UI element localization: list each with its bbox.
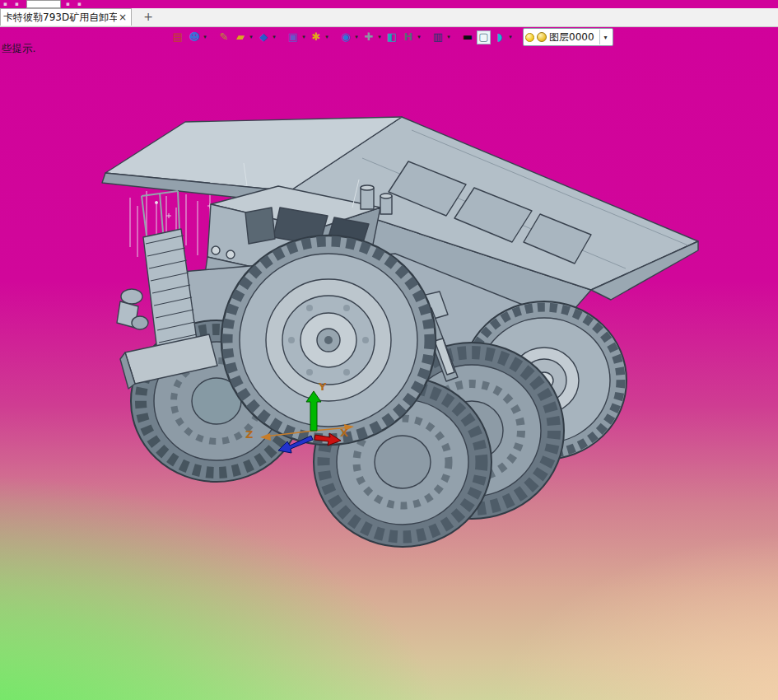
chevron-down-icon[interactable]: ▾ — [599, 30, 611, 44]
quick-field[interactable] — [26, 0, 61, 8]
x-axis-label: X — [340, 427, 348, 439]
chevron-down-icon[interactable]: ▾ — [324, 34, 330, 40]
toolbar-button-zoom[interactable]: ◉▾ — [338, 28, 361, 46]
toolbar-button-hatch[interactable]: H▾ — [400, 28, 423, 46]
solid-cube-icon: ◆ — [256, 30, 271, 44]
chevron-down-icon[interactable]: ▾ — [507, 34, 514, 40]
display-icon: ▥ — [431, 30, 445, 44]
toolbar-button-pattern[interactable]: ✱▾ — [308, 28, 331, 46]
pattern-icon: ✱ — [309, 30, 324, 44]
chevron-down-icon[interactable]: ▾ — [300, 34, 307, 40]
chevron-down-icon[interactable]: ▾ — [445, 34, 452, 40]
shade-view-icon: ◗ — [492, 30, 507, 44]
display-toolbar: ▤ ☻▾ ✎ ▰▾ ◆▾ ▣▾ ✱▾ ◉▾ ✚▾ ◧ H▾ ▥▾ ▬ ▢ ◗▾ … — [170, 27, 613, 47]
chevron-down-icon[interactable]: ▾ — [271, 34, 277, 40]
chevron-down-icon[interactable]: ▾ — [248, 34, 254, 40]
material-icon: ▰ — [233, 30, 248, 44]
toolbar-button-copy[interactable]: ▣▾ — [285, 28, 308, 46]
document-tab-title: 卡特彼勒793D矿用自卸车] — [3, 11, 117, 25]
document-tabbar: 卡特彼勒793D矿用自卸车] × + — [0, 8, 778, 27]
quick-icon-2[interactable]: ▪ — [15, 2, 21, 7]
appearance-icon: ☻ — [187, 30, 202, 44]
toolbar-button-pen[interactable]: ✎ — [216, 28, 232, 46]
copy-objects-icon: ▣ — [286, 30, 300, 44]
lamp-icon — [525, 33, 534, 42]
document-tab[interactable]: 卡特彼勒793D矿用自卸车] × — [0, 8, 132, 26]
z-axis-label: Z — [245, 428, 253, 441]
y-axis-label: Y — [318, 380, 327, 393]
swap-view-icon: ◧ — [384, 30, 399, 44]
new-doc-icon: ▤ — [170, 30, 185, 44]
line-width-icon: ▬ — [460, 30, 475, 44]
new-tab-button[interactable]: + — [140, 10, 156, 24]
chevron-down-icon[interactable]: ▾ — [416, 34, 422, 40]
quick-icon-4[interactable]: ▪ — [77, 2, 84, 7]
wheel-front-main — [221, 236, 436, 445]
toolbar-button-new-doc[interactable]: ▤ — [170, 28, 186, 46]
chevron-down-icon[interactable]: ▾ — [376, 34, 383, 40]
toolbar-button-shade-view[interactable]: ◗▾ — [491, 28, 515, 46]
toolbar-button-move[interactable]: ✚▾ — [361, 28, 384, 46]
toolbar-button-frame[interactable]: ▢ — [476, 28, 491, 46]
quick-icon-1[interactable]: ▪ — [3, 2, 10, 7]
toolbar-button-material[interactable]: ▰▾ — [232, 28, 255, 46]
frame-icon: ▢ — [477, 30, 491, 44]
truck-model[interactable] — [102, 117, 698, 547]
pen-icon: ✎ — [217, 30, 231, 44]
layer-color-icon — [537, 32, 547, 42]
chevron-down-icon[interactable]: ▾ — [202, 34, 208, 40]
move-icon: ✚ — [361, 30, 376, 44]
hint-text: 些提示. — [2, 42, 35, 56]
hatch-icon: H — [401, 30, 416, 44]
layer-combobox-value: 图层0000 — [549, 30, 597, 44]
cad-application-window: ▪ ▪ ▪ ▪ 卡特彼勒793D矿用自卸车] × + ▤ ☻▾ ✎ ▰▾ ◆▾ … — [0, 0, 778, 700]
toolbar-button-swap-view[interactable]: ◧ — [384, 28, 400, 46]
toolbar-button-line-width[interactable]: ▬ — [459, 28, 476, 46]
toolbar-button-appearance[interactable]: ☻▾ — [186, 28, 209, 46]
quick-icon-3[interactable]: ▪ — [66, 2, 72, 7]
layer-combobox[interactable]: 图层0000 ▾ — [523, 28, 613, 46]
zoom-icon: ◉ — [338, 30, 353, 44]
viewport-3d[interactable]: Y X Z — [0, 0, 778, 700]
toolbar-button-solid-cube[interactable]: ◆▾ — [255, 28, 278, 46]
toolbar-button-display[interactable]: ▥▾ — [430, 28, 453, 46]
titlebar-strip: ▪ ▪ ▪ ▪ — [0, 0, 778, 8]
close-icon[interactable]: × — [117, 12, 128, 23]
chevron-down-icon[interactable]: ▾ — [353, 34, 360, 40]
